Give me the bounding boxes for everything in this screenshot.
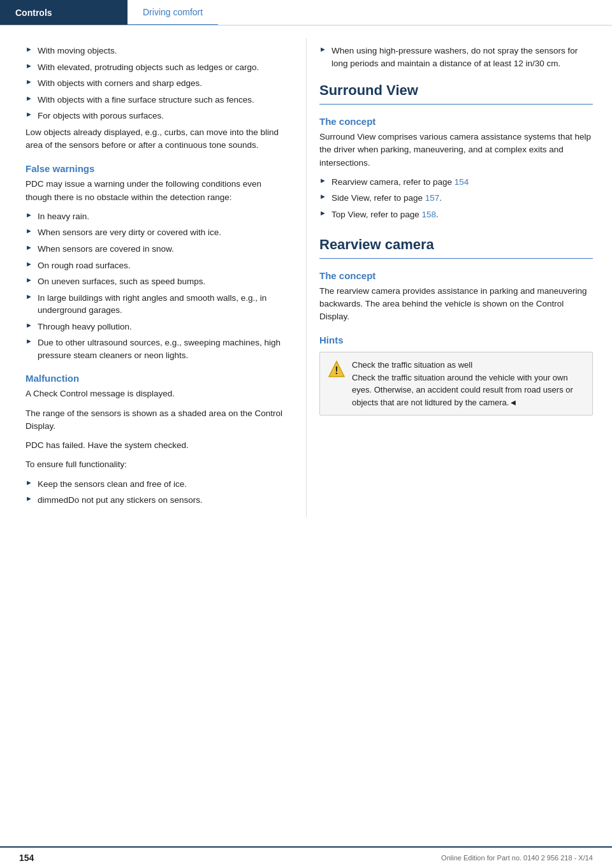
bullet-text: With objects with corners and sharp edge… <box>38 77 202 90</box>
bullet-arrow-icon: ► <box>319 177 326 184</box>
false-warnings-list: ► In heavy rain. ► When sensors are very… <box>26 210 287 362</box>
bullet-arrow-icon: ► <box>26 110 33 118</box>
bullet-text: In heavy rain. <box>38 210 89 223</box>
malfunction-list: ► Keep the sensors clean and free of ice… <box>26 478 287 507</box>
surround-view-heading: Surround View <box>319 82 593 99</box>
warning-box: ! Check the traffic situation as well Ch… <box>319 352 593 416</box>
warning-triangle-icon: ! <box>328 360 346 378</box>
bullet-arrow-icon: ► <box>26 321 33 329</box>
bullet-text: Rearview camera, refer to page 154 <box>332 176 469 189</box>
list-item: ► With objects with a fine surface struc… <box>26 94 287 106</box>
rearview-camera-section: Rearview camera The concept The rearview… <box>319 236 593 416</box>
bullet-arrow-icon: ► <box>26 45 33 53</box>
bullet-arrow-icon: ► <box>26 337 33 345</box>
list-item: ► Due to other ultrasound sources, e.g.,… <box>26 336 287 361</box>
surround-view-section: Surround View The concept Surround View … <box>319 82 593 221</box>
list-item: ► Side View, refer to page 157. <box>319 192 593 205</box>
bullet-text: Through heavy pollution. <box>38 321 132 333</box>
bullet-arrow-icon: ► <box>319 209 326 217</box>
bullet-arrow-icon: ► <box>26 243 33 251</box>
bullet-arrow-icon: ► <box>26 495 33 502</box>
bullet-text: When sensors are very dirty or covered w… <box>38 226 221 239</box>
header-controls-tab[interactable]: Controls <box>0 0 127 25</box>
surround-concept-heading: The concept <box>319 116 593 127</box>
bullet-text: On rough road surfaces. <box>38 259 131 272</box>
page-ref-158[interactable]: 158 <box>421 210 436 219</box>
list-item: ► With elevated, protruding objects such… <box>26 61 287 74</box>
surround-concept-text: Surround View comprises various camera a… <box>319 131 593 170</box>
right-column: ► When using high-pressure washers, do n… <box>306 38 612 517</box>
footer-right-text: Online Edition for Part no. 0140 2 956 2… <box>441 854 593 862</box>
header-driving-tab[interactable]: Driving comfort <box>127 0 218 25</box>
driving-label: Driving comfort <box>143 7 203 17</box>
list-item: ► On rough road surfaces. <box>26 259 287 272</box>
bullet-text: In large buildings with right angles and… <box>38 292 287 317</box>
list-item: ► With moving objects. <box>26 45 287 57</box>
bullet-arrow-icon: ► <box>26 479 33 486</box>
low-objects-paragraph: Low objects already displayed, e.g., cur… <box>26 126 287 152</box>
rearview-concept-text: The rearview camera provides assistance … <box>319 285 593 324</box>
list-item: ► Top View, refer to page 158. <box>319 208 593 221</box>
bullet-text: Top View, refer to page 158. <box>332 208 439 221</box>
false-warnings-intro: PDC may issue a warning under the follow… <box>26 178 287 204</box>
malfunction-para3: PDC has failed. Have the system checked. <box>26 439 287 452</box>
svg-text:!: ! <box>335 365 338 376</box>
bullet-arrow-icon: ► <box>26 78 33 85</box>
surround-links-list: ► Rearview camera, refer to page 154 ► S… <box>319 176 593 221</box>
rearview-concept-heading: The concept <box>319 270 593 281</box>
malfunction-heading: Malfunction <box>26 373 287 384</box>
list-item: ► Rearview camera, refer to page 154 <box>319 176 593 189</box>
warning-line2: Check the traffic situation around the v… <box>352 372 585 409</box>
section-divider <box>319 258 593 259</box>
warning-content: Check the traffic situation as well Chec… <box>352 359 585 409</box>
list-item: ► Keep the sensors clean and free of ice… <box>26 478 287 491</box>
bullet-arrow-icon: ► <box>26 293 33 300</box>
bullet-text: On uneven surfaces, such as speed bumps. <box>38 275 205 288</box>
bullet-arrow-icon: ► <box>319 45 326 53</box>
page-number: 154 <box>19 853 34 863</box>
left-column: ► With moving objects. ► With elevated, … <box>0 38 306 517</box>
bullet-text: Side View, refer to page 157. <box>332 192 442 205</box>
bullet-arrow-icon: ► <box>319 192 326 200</box>
bullet-text: When sensors are covered in snow. <box>38 243 174 256</box>
page-ref-154[interactable]: 154 <box>455 177 469 187</box>
hints-heading: Hints <box>319 335 593 345</box>
rearview-camera-heading: Rearview camera <box>319 236 593 253</box>
bullet-arrow-icon: ► <box>26 276 33 284</box>
bullet-arrow-icon: ► <box>26 211 33 219</box>
bullet-text: With objects with a fine surface structu… <box>38 94 254 106</box>
top-bullets-list: ► With moving objects. ► With elevated, … <box>26 45 287 122</box>
list-item: ► When using high-pressure washers, do n… <box>319 45 593 69</box>
list-item: ► For objects with porous surfaces. <box>26 110 287 122</box>
bullet-text: Keep the sensors clean and free of ice. <box>38 478 187 491</box>
malfunction-para1: A Check Control message is displayed. <box>26 387 287 400</box>
bullet-text: For objects with porous surfaces. <box>38 110 164 122</box>
list-item: ► When sensors are covered in snow. <box>26 243 287 256</box>
main-content: ► With moving objects. ► With elevated, … <box>0 25 612 555</box>
false-warnings-heading: False warnings <box>26 163 287 174</box>
malfunction-section: Malfunction A Check Control message is d… <box>26 373 287 506</box>
bullet-text: Due to other ultrasound sources, e.g., s… <box>38 336 287 361</box>
list-item: ► With objects with corners and sharp ed… <box>26 77 287 90</box>
controls-label: Controls <box>15 8 52 18</box>
bullet-text: dimmedDo not put any stickers on sensors… <box>38 494 203 507</box>
list-item: ► Through heavy pollution. <box>26 321 287 333</box>
bullet-text: When using high-pressure washers, do not… <box>332 45 593 69</box>
list-item: ► When sensors are very dirty or covered… <box>26 226 287 239</box>
malfunction-para2: The range of the sensors is shown as a s… <box>26 407 287 433</box>
bullet-arrow-icon: ► <box>26 94 33 102</box>
false-warnings-section: False warnings PDC may issue a warning u… <box>26 163 287 361</box>
bullet-arrow-icon: ► <box>26 227 33 235</box>
page-header: Controls Driving comfort <box>0 0 612 25</box>
list-item: ► In large buildings with right angles a… <box>26 292 287 317</box>
list-item: ► dimmedDo not put any stickers on senso… <box>26 494 287 507</box>
list-item: ► On uneven surfaces, such as speed bump… <box>26 275 287 288</box>
list-item: ► In heavy rain. <box>26 210 287 223</box>
bullet-arrow-icon: ► <box>26 260 33 268</box>
section-divider <box>319 104 593 105</box>
warning-line1: Check the traffic situation as well <box>352 359 585 372</box>
bullet-text: With elevated, protruding objects such a… <box>38 61 259 74</box>
page-ref-157[interactable]: 157 <box>425 193 440 203</box>
page-footer: 154 Online Edition for Part no. 0140 2 9… <box>0 846 612 868</box>
bullet-arrow-icon: ► <box>26 62 33 69</box>
